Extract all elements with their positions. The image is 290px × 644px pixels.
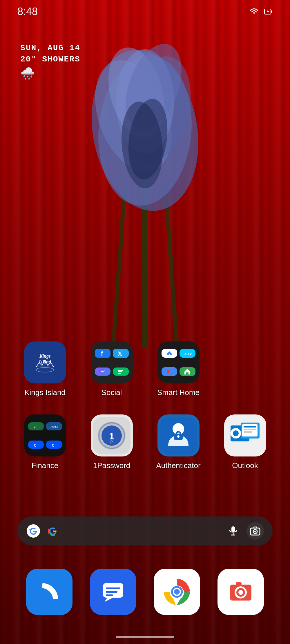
1password-icon: 1 P [91,414,133,456]
dock-phone-button[interactable] [26,569,72,615]
nav-indicator [116,636,174,638]
social-label: Social [102,388,122,397]
weather-temp: 20° SHOWERS [20,55,80,64]
svg-text:Kings: Kings [39,354,50,359]
weather-icon: 🌧️ [20,67,80,80]
app-item-outlook[interactable]: Outlook [217,414,273,470]
google-logo [26,524,41,538]
app-item-smart-home[interactable]: alexa Smart Home [151,341,206,397]
svg-point-66 [174,589,180,595]
finance-icon: a AMEX c c [24,414,66,456]
app-grid: Kings Island Kings Island f 𝕏 [0,341,290,487]
smart-home-icon: alexa [157,341,200,383]
svg-point-42 [177,435,180,438]
app-item-authenticator[interactable]: Authenticator [151,414,206,470]
finance-label: Finance [32,461,59,470]
social-icon: f 𝕏 [91,341,133,383]
app-item-1password[interactable]: 1 P 1Password [84,414,139,470]
authenticator-label: Authenticator [156,461,200,470]
status-time: 8:48 [17,6,38,18]
1password-label: 1Password [93,461,130,470]
weather-date: SUN, AUG 14 [20,43,80,52]
svg-rect-47 [244,426,256,427]
search-bar[interactable] [17,516,273,545]
svg-rect-13 [271,10,272,13]
google-g-icon [46,525,59,537]
app-item-kings-island[interactable]: Kings Island Kings Island [17,341,72,397]
svg-rect-70 [236,582,242,585]
svg-rect-21 [118,371,122,372]
svg-point-40 [173,423,184,435]
svg-line-1 [113,188,125,348]
kings-island-label: Kings Island [24,388,66,397]
weather-widget: SUN, AUG 14 20° SHOWERS 🌧️ [20,43,80,80]
svg-rect-60 [106,591,117,593]
svg-text:c: c [34,443,36,447]
authenticator-icon [157,414,200,456]
wifi-icon [249,7,259,16]
app-row-1: Kings Island Kings Island f 𝕏 [17,341,273,397]
svg-text:alexa: alexa [184,352,192,356]
svg-rect-48 [244,429,256,430]
dock-screenshot-button[interactable] [217,569,264,615]
svg-rect-52 [231,526,235,532]
dock-messages-button[interactable] [90,569,136,615]
app-item-finance[interactable]: a AMEX c c [17,414,72,470]
svg-text:f: f [101,350,103,357]
svg-rect-49 [244,431,252,433]
svg-rect-20 [118,370,123,371]
camera-icon [250,525,261,536]
chrome-icon [162,577,191,606]
outlook-icon [224,414,266,456]
screenshot-icon [228,579,254,605]
svg-rect-61 [106,594,113,596]
messages-icon [100,579,126,605]
svg-text:𝕏: 𝕏 [118,351,122,357]
svg-rect-22 [118,373,121,374]
app-row-2: a AMEX c c [17,414,273,470]
search-mic-button[interactable] [224,522,242,540]
status-icons [249,7,273,16]
svg-text:AMEX: AMEX [50,425,58,428]
svg-rect-59 [106,587,120,589]
kings-island-icon: Kings Island [24,341,66,383]
svg-text:c: c [52,443,54,447]
battery-icon [264,7,273,16]
dock [17,563,273,621]
status-bar: 8:48 [0,0,290,23]
smart-home-label: Smart Home [157,388,200,397]
svg-point-69 [238,590,243,595]
svg-text:a: a [34,424,37,429]
app-item-social[interactable]: f 𝕏 Social [84,341,139,397]
search-lens-button[interactable] [246,522,264,540]
phone-icon [36,579,62,605]
svg-point-57 [254,531,256,532]
svg-text:P: P [110,440,113,444]
outlook-label: Outlook [232,461,258,470]
svg-point-28 [167,370,170,373]
mic-icon [227,525,239,537]
dock-chrome-button[interactable] [154,569,200,615]
